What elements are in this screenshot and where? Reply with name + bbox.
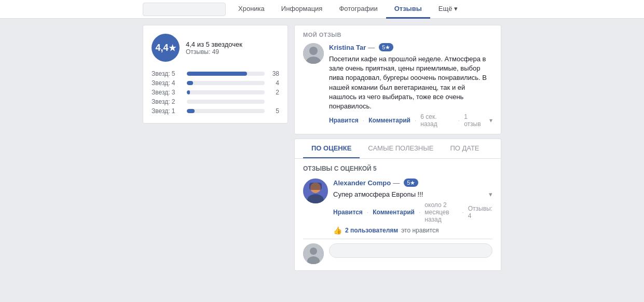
star-icon: ★	[169, 43, 176, 53]
star-row-3: Звезд: 3 2	[152, 89, 279, 96]
svg-rect-7	[309, 183, 322, 190]
avatar-kristina	[303, 43, 324, 64]
person-silhouette	[303, 43, 324, 64]
top-nav: Хроника Информация Фотографии Отзывы Ещё…	[0, 0, 644, 19]
like-link-kristina[interactable]: Нравится	[329, 117, 359, 124]
chevron-down-icon-kristina[interactable]: ▾	[489, 117, 492, 124]
review-text-kristina: Посетили кафе на прошлой неделе. Атмосфе…	[329, 54, 492, 111]
sep1-kristina: ·	[363, 117, 364, 124]
reviewer-badge-alexander: 5★	[404, 179, 418, 187]
likes-suffix: это нравится	[401, 227, 439, 234]
bar-fill-5	[187, 72, 247, 76]
review-count-kristina: 1 отзыв	[464, 113, 485, 128]
star-row-1: Звезд: 1 5	[152, 107, 279, 115]
star-label-2: Звезд: 2	[152, 98, 183, 105]
star-label-5: Звезд: 5	[152, 70, 183, 77]
sep3-kristina: ·	[458, 117, 460, 124]
bar-count-5: 38	[269, 70, 279, 77]
tab-samye-poleznye[interactable]: САМЫЕ ПОЛЕЗНЫЕ	[360, 139, 442, 158]
bar-fill-1	[187, 109, 195, 113]
rating-header: 4,4 ★ 4,4 из 5 звездочек Отзывы: 49	[152, 34, 279, 62]
review-actions-alexander: Нравится · Комментарий · около 2 месяцев…	[333, 201, 492, 223]
dash-alexander: —	[393, 179, 400, 187]
nav-item-informacia[interactable]: Информация	[273, 0, 331, 19]
nav-item-otzyvy[interactable]: Отзывы	[386, 0, 430, 19]
review-actions-kristina: Нравится · Комментарий · 6 сек. назад · …	[329, 113, 492, 128]
svg-point-9	[310, 248, 317, 255]
page-wrapper: Хроника Информация Фотографии Отзывы Ещё…	[0, 0, 644, 302]
star-label-3: Звезд: 3	[152, 89, 183, 96]
main-content: 4,4 ★ 4,4 из 5 звездочек Отзывы: 49 Звез…	[0, 19, 644, 277]
review-text-alexander: Супер атмосфера Европы !!!	[333, 190, 423, 199]
my-review-item: Kristina Tar — 5★ Посетили кафе на прошл…	[303, 43, 492, 128]
avatar-partial	[303, 243, 324, 264]
star-rows: Звезд: 5 38 Звезд: 4 4 Звезд: 3	[152, 70, 279, 115]
likes-count: 2 пользователям	[345, 227, 398, 234]
review-body-alexander: Alexander Compo — 5★ Супер атмосфера Евр…	[333, 179, 492, 235]
like-row-alexander: 👍 2 пользователям это нравится	[333, 226, 492, 235]
review-count-alexander: Отзывы: 4	[468, 205, 492, 219]
bar-count-1: 5	[269, 107, 279, 115]
rating-panel: 4,4 ★ 4,4 из 5 звездочек Отзывы: 49 Звез…	[143, 25, 288, 123]
sep2-kristina: ·	[415, 117, 416, 124]
reviews-list-section: ОТЗЫВЫ С ОЦЕНКОЙ 5	[295, 159, 501, 270]
photo-avatar-svg	[303, 179, 328, 203]
reviews-list-label: ОТЗЫВЫ С ОЦЕНКОЙ 5	[303, 165, 492, 172]
avatar-alexander	[303, 179, 328, 203]
review-card-partial	[303, 239, 492, 264]
reviews-count: Отзывы: 49	[186, 48, 242, 56]
rating-summary-main: 4,4 из 5 звездочек	[186, 40, 242, 48]
reviewer-name-alexander[interactable]: Alexander Compo	[333, 179, 391, 187]
sep3-alexander: ·	[462, 209, 463, 216]
tab-po-ocenke[interactable]: ПО ОЦЕНКЕ	[303, 139, 360, 158]
nav-item-eshe[interactable]: Ещё ▾	[430, 0, 466, 19]
my-review-body: Kristina Tar — 5★ Посетили кафе на прошл…	[329, 43, 492, 128]
rating-value: 4,4	[155, 43, 168, 53]
thumbs-up-icon: 👍	[333, 226, 342, 235]
bar-count-4: 4	[269, 79, 279, 87]
like-link-alexander[interactable]: Нравится	[333, 209, 363, 216]
bar-container-1	[187, 109, 265, 113]
dash-kristina: —	[368, 44, 375, 51]
my-review-label: МОЙ ОТЗЫВ	[303, 32, 492, 38]
star-label-1: Звезд: 1	[152, 107, 183, 115]
bar-container-3	[187, 90, 265, 94]
star-row-4: Звезд: 4 4	[152, 79, 279, 87]
chevron-down-icon-alexander[interactable]: ▾	[489, 190, 492, 198]
partial-avatar-svg	[303, 243, 324, 264]
time-alexander: около 2 месяцев назад	[424, 201, 458, 223]
comment-input-partial[interactable]	[329, 243, 492, 258]
nav-item-fotografii[interactable]: Фотографии	[331, 0, 386, 19]
reviewer-name-kristina[interactable]: Kristina Tar	[329, 44, 366, 51]
bar-container-5	[187, 72, 265, 76]
tab-po-date[interactable]: ПО ДАТЕ	[442, 139, 487, 158]
bar-count-3: 2	[269, 89, 279, 96]
sep2-alexander: ·	[419, 209, 420, 216]
rating-summary-text: 4,4 из 5 звездочек Отзывы: 49	[186, 40, 242, 56]
sep1-alexander: ·	[367, 209, 368, 216]
bar-fill-4	[187, 81, 193, 85]
tabs-section: ПО ОЦЕНКЕ САМЫЕ ПОЛЕЗНЫЕ ПО ДАТЕ ОТЗЫВЫ …	[294, 139, 501, 271]
reviewer-badge-kristina: 5★	[379, 43, 393, 51]
tabs-header: ПО ОЦЕНКЕ САМЫЕ ПОЛЕЗНЫЕ ПО ДАТЕ	[295, 139, 501, 159]
reviews-panel: МОЙ ОТЗЫВ Kristina Tar — 5★	[294, 25, 501, 271]
star-row-5: Звезд: 5 38	[152, 70, 279, 77]
bar-container-4	[187, 81, 265, 85]
bar-fill-3	[187, 90, 190, 94]
review-card-alexander: Alexander Compo — 5★ Супер атмосфера Евр…	[303, 179, 492, 235]
nav-item-hronika[interactable]: Хроника	[230, 0, 273, 19]
comment-link-alexander[interactable]: Комментарий	[373, 209, 415, 216]
comment-link-kristina[interactable]: Комментарий	[368, 117, 410, 124]
star-row-2: Звезд: 2	[152, 98, 279, 105]
time-kristina: 6 сек. назад	[420, 113, 454, 128]
star-label-4: Звезд: 4	[152, 79, 183, 87]
my-review-section: МОЙ ОТЗЫВ Kristina Tar — 5★	[294, 25, 501, 134]
rating-badge: 4,4 ★	[152, 34, 180, 62]
svg-point-1	[309, 47, 318, 55]
bar-container-2	[187, 100, 265, 104]
search-input[interactable]	[143, 3, 226, 16]
